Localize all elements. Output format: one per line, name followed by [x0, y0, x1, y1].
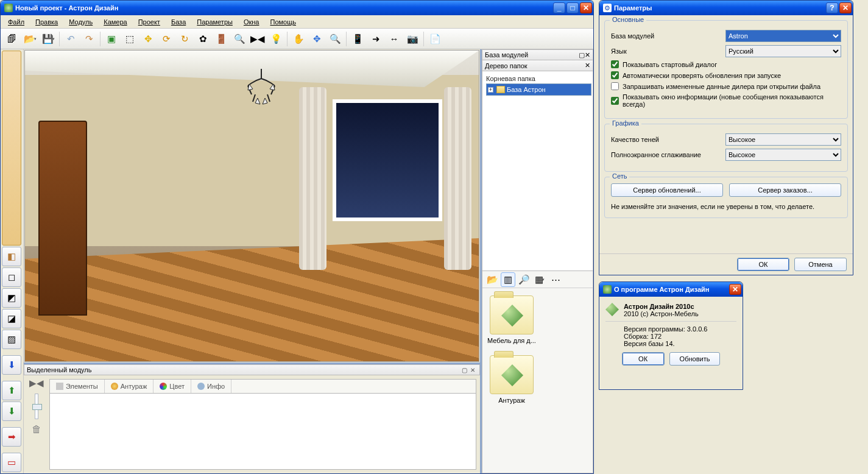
thumb-furniture[interactable]: Мебель для д... [486, 295, 537, 344]
snapshot-icon[interactable]: 📷 [404, 30, 421, 48]
help-button[interactable]: ? [826, 2, 838, 13]
folder-up-icon[interactable]: 📂 [485, 272, 499, 287]
panel-header-tree[interactable]: Дерево папок ✕ [482, 60, 593, 71]
tab-info[interactable]: Инфо [191, 380, 231, 393]
about-build: Сборка: 172 [624, 333, 736, 340]
dock-float-icon[interactable]: ▢ [460, 366, 468, 374]
zoom-rect-icon[interactable]: 🔍 [231, 30, 248, 48]
arrow-right-red-icon[interactable]: ➡ [2, 427, 21, 447]
panel-close-icon[interactable]: ✕ [585, 51, 590, 59]
tab-entourage[interactable]: Антураж [105, 380, 154, 393]
btn-order-server[interactable]: Сервер заказов... [729, 183, 841, 197]
save-file-icon[interactable]: 💾▾ [40, 30, 57, 48]
select-database[interactable]: Astron [725, 30, 841, 42]
tree-expand-icon[interactable]: + [488, 87, 493, 93]
group-network: Сеть Сервер обновлений... Сервер заказов… [604, 177, 848, 218]
more-icon[interactable]: ⋯ [548, 272, 563, 287]
titlebar[interactable]: Новый проект - Астрон Дизайн _ □ ✕ [1, 1, 593, 15]
btn-cancel[interactable]: Отмена [794, 258, 847, 271]
calc-icon[interactable]: 📱 [349, 30, 366, 48]
folder-tree[interactable]: Корневая папка + База Астрон [482, 71, 593, 271]
mirror-icon[interactable]: ▶◀ [249, 30, 266, 48]
close-button[interactable]: ✕ [580, 2, 592, 13]
select-antialias[interactable]: Высокое [725, 149, 841, 161]
rotate-free-icon[interactable]: ↻ [176, 30, 193, 48]
app-title: Новый проект - Астрон Дизайн [15, 4, 553, 12]
redo-icon[interactable]: ↷ [80, 30, 97, 48]
report-icon[interactable]: 📄 [426, 30, 443, 48]
arrow-down-green-icon[interactable]: ⬇ [2, 401, 21, 421]
panel-close-icon[interactable]: ✕ [585, 62, 590, 69]
tab-elements[interactable]: Элементы [50, 380, 105, 393]
chk-auto-update[interactable]: Автоматически проверять обновления при з… [611, 71, 841, 79]
select-shadow-quality[interactable]: Высокое [725, 133, 841, 146]
select-pointer-icon[interactable]: ⬚ [121, 30, 138, 48]
menu-file[interactable]: Файл [3, 17, 29, 27]
btn-update-server[interactable]: Сервер обновлений... [611, 183, 723, 197]
chk-start-dialog[interactable]: Показывать стартовый диалог [611, 60, 841, 68]
main-toolbar: 🗐 📂▾ 💾▾ ↶ ↷ ▣ ⬚ ✥ ⟳ ↻ ✿ 🚪 🔍 ▶◀ 💡 ✋ ✥ 🔍 📱… [1, 29, 593, 49]
box-wire-icon[interactable]: ◻ [2, 267, 21, 287]
export-icon[interactable]: ➜ [367, 30, 384, 48]
btn-ok[interactable]: ОК [737, 258, 789, 271]
arrow-down-blue-icon[interactable]: ⬇ [2, 355, 21, 375]
module-view-icon[interactable]: ▥ [501, 272, 515, 287]
minimize-button[interactable]: _ [553, 2, 565, 13]
menu-windows[interactable]: Окна [239, 17, 264, 27]
about-window: О программе Астрон Дизайн ✕ Астрон Дизай… [599, 281, 743, 390]
new-file-icon[interactable]: 🗐 [3, 30, 20, 48]
dimension-icon[interactable]: ↔ [386, 30, 403, 48]
orbit-icon[interactable]: ✥ [308, 30, 325, 48]
collapse-left-icon[interactable]: ▶◀ [29, 378, 44, 389]
maximize-button[interactable]: □ [566, 2, 579, 13]
thumb-entourage[interactable]: Антураж [486, 355, 537, 404]
select-language[interactable]: Русский [725, 45, 841, 57]
tab-color[interactable]: Цвет [153, 380, 191, 393]
find-icon[interactable]: 🔎 [517, 272, 531, 287]
parameters-titlebar[interactable]: ⚙ Параметры ? ✕ [599, 1, 853, 15]
rotate-90-icon[interactable]: ⟳ [158, 30, 175, 48]
menu-camera[interactable]: Камера [99, 17, 132, 27]
open-file-icon[interactable]: 📂▾ [21, 30, 38, 48]
menu-base[interactable]: База [166, 17, 191, 27]
menu-help[interactable]: Помощь [265, 17, 301, 27]
color-wheel-icon[interactable]: ✿ [194, 30, 211, 48]
viewport-3d[interactable] [24, 50, 479, 362]
box-solid-icon[interactable]: ◧ [2, 247, 21, 266]
arrow-up-green-icon[interactable]: ⬆ [2, 381, 21, 400]
thumbnail-list[interactable]: Мебель для д... Антураж [482, 288, 593, 473]
menu-project[interactable]: Проект [133, 17, 165, 27]
about-titlebar[interactable]: О программе Астрон Дизайн ✕ [599, 282, 743, 297]
select-area-icon[interactable]: ▣ [103, 30, 120, 48]
menu-params[interactable]: Параметры [192, 17, 238, 27]
panel-header-db[interactable]: База модулей ▢ ✕ [482, 49, 593, 60]
chk-info-window[interactable]: Показывать окно информации (новые сообще… [611, 93, 841, 108]
close-button[interactable]: ✕ [839, 2, 852, 13]
leaf-icon [603, 285, 612, 294]
menu-edit[interactable]: Правка [30, 17, 63, 27]
chk-dealer-data[interactable]: Запрашивать измененные данные дилера при… [611, 82, 841, 90]
move-icon[interactable]: ✥ [139, 30, 157, 48]
trash-icon[interactable]: 🗑 [32, 424, 41, 435]
light-bulb-icon[interactable]: 💡 [267, 30, 284, 48]
zoom-icon[interactable]: 🔍 [326, 30, 344, 48]
box-hidden-icon[interactable]: ▨ [2, 330, 21, 349]
door-icon[interactable]: 🚪 [213, 30, 230, 48]
close-button[interactable]: ✕ [729, 284, 741, 295]
box-half-icon[interactable]: ◪ [2, 309, 21, 328]
btn-about-ok[interactable]: ОК [622, 352, 665, 366]
pan-hand-icon[interactable]: ✋ [290, 30, 307, 48]
btn-about-update[interactable]: Обновить [669, 352, 721, 366]
undo-icon[interactable]: ↶ [62, 30, 79, 48]
tree-item-astron[interactable]: + База Астрон [486, 83, 591, 96]
bottom-left-tools: ▶◀ 🗑 [24, 375, 49, 473]
box-shadow-icon[interactable]: ◩ [2, 288, 21, 308]
dock-close-icon[interactable]: ✕ [468, 366, 477, 374]
slider-vertical[interactable] [35, 394, 38, 419]
screen-rect-icon[interactable]: ▭ [2, 453, 21, 472]
panel-float-icon[interactable]: ▢ [579, 51, 585, 59]
view-mode-icon[interactable]: ▦▾ [532, 272, 547, 287]
bottom-dock-header[interactable]: Выделенный модуль ▢ ✕ [24, 364, 480, 375]
wall-material-icon[interactable] [2, 51, 21, 246]
menu-module[interactable]: Модуль [64, 17, 97, 27]
